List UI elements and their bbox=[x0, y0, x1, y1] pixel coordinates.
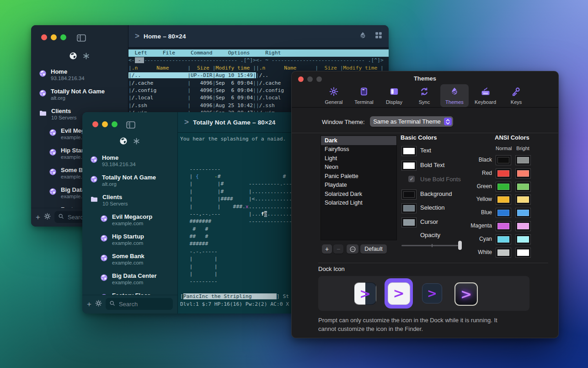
ansi-color-well-black-normal[interactable] bbox=[496, 155, 511, 165]
add-server-button[interactable]: + bbox=[87, 300, 91, 308]
terminal-line: # # bbox=[180, 226, 296, 233]
ansi-color-well-white-bright[interactable] bbox=[515, 248, 531, 258]
opacity-slider[interactable] bbox=[401, 241, 462, 250]
ansi-color-well-cyan-bright[interactable] bbox=[515, 234, 531, 244]
tab-keyboard[interactable]: Keyboard bbox=[470, 84, 500, 107]
close-button[interactable] bbox=[92, 121, 98, 127]
sidebar-item-hip-startup[interactable]: Hip Startupexample.com bbox=[82, 229, 177, 249]
ansi-color-well-yellow-normal[interactable] bbox=[496, 195, 511, 205]
theme-list-item-playdate[interactable]: Playdate bbox=[321, 181, 396, 190]
color-well-bold-text[interactable] bbox=[401, 161, 417, 171]
ansi-color-well-yellow-bright[interactable] bbox=[515, 195, 531, 205]
ansi-color-well-green-bright[interactable] bbox=[515, 182, 531, 192]
theme-list-item-dark[interactable]: Dark bbox=[321, 136, 396, 145]
globe-icon[interactable] bbox=[120, 137, 127, 146]
server-name: Evil Megacorp bbox=[112, 213, 152, 220]
terminal-line: -.-.----- bbox=[180, 248, 296, 255]
theme-list-item-panic-palette[interactable]: Panic Palette bbox=[321, 172, 396, 181]
terminal-line: | | bbox=[180, 263, 296, 271]
color-well-background[interactable] bbox=[401, 189, 417, 200]
ansi-color-well-magenta-bright[interactable] bbox=[515, 221, 531, 231]
sidebar-item-clients[interactable]: Clients10 Servers bbox=[82, 190, 177, 210]
sidebar-toggle-icon[interactable] bbox=[126, 121, 135, 130]
ansi-color-well-black-bright[interactable] bbox=[515, 155, 531, 165]
dock-icon-option-light[interactable]: > bbox=[388, 282, 410, 305]
color-swatch bbox=[517, 196, 529, 203]
clips-grid-icon[interactable] bbox=[375, 32, 382, 41]
search-field[interactable] bbox=[106, 298, 173, 310]
sidebar-item-totally-not-a-game[interactable]: Totally Not A Gamealt.org bbox=[82, 170, 177, 190]
globe-icon bbox=[39, 70, 46, 79]
terminal-line: ####### ---------------- bbox=[180, 218, 296, 225]
sidebar-item-factory-floor[interactable]: Factory Floorexample.com bbox=[82, 288, 177, 295]
remove-theme-button[interactable]: − bbox=[333, 244, 343, 254]
keyboard-icon bbox=[481, 87, 491, 98]
window-game-terminal: Home93.184.216.34Totally Not A Gamealt.o… bbox=[82, 112, 296, 314]
minimize-button[interactable] bbox=[51, 34, 57, 40]
sidebar-item-home[interactable]: Home93.184.216.34 bbox=[82, 151, 177, 170]
prompt-glyph: > bbox=[460, 287, 472, 301]
theme-drop-icon[interactable] bbox=[359, 32, 367, 41]
gear-icon[interactable] bbox=[44, 213, 51, 222]
sidebar-tab-icons[interactable] bbox=[82, 137, 177, 147]
traffic-lights[interactable] bbox=[41, 34, 66, 40]
tab-themes[interactable]: Themes bbox=[440, 84, 469, 107]
color-well-text[interactable] bbox=[401, 146, 417, 156]
sidebar-item-big-data-center[interactable]: Big Data Centerexample.com bbox=[82, 269, 177, 288]
dock-icon-option-split[interactable]: > bbox=[354, 282, 376, 305]
ansi-color-well-white-normal[interactable] bbox=[496, 248, 511, 258]
ansi-color-well-green-normal[interactable] bbox=[496, 182, 511, 192]
theme-list-item-solarized-dark[interactable]: Solarized Dark bbox=[321, 189, 396, 199]
color-swatch bbox=[497, 249, 509, 256]
globe-icon[interactable] bbox=[69, 52, 77, 61]
theme-list-item-fairyfloss[interactable]: Fairyfloss bbox=[321, 145, 396, 154]
asterisk-icon[interactable] bbox=[83, 53, 90, 61]
ansi-color-well-blue-bright[interactable] bbox=[515, 208, 531, 218]
zoom-button[interactable] bbox=[112, 121, 118, 127]
color-well-selection[interactable] bbox=[401, 203, 417, 213]
sidebar-item-evil-megacorp[interactable]: Evil Megacorpexample.com bbox=[82, 210, 177, 229]
minimize-button[interactable] bbox=[102, 121, 108, 127]
color-well-cursor[interactable] bbox=[401, 217, 417, 227]
color-label: Bold Text bbox=[420, 162, 444, 168]
tab-keys[interactable]: Keys bbox=[502, 84, 530, 107]
sidebar-tab-icons[interactable] bbox=[31, 52, 128, 62]
sidebar-item-some-bank[interactable]: Some Bankexample.com bbox=[82, 249, 177, 269]
use-bold-fonts-checkbox[interactable]: ✓ bbox=[408, 176, 415, 182]
dock-icon-heading: Dock Icon bbox=[318, 265, 345, 272]
tab-terminal[interactable]: Terminal bbox=[350, 84, 378, 107]
dock-icon-option-keycap[interactable]: > bbox=[454, 282, 478, 306]
search-input[interactable] bbox=[118, 300, 169, 308]
dock-icon-option-dark[interactable]: > bbox=[422, 283, 442, 303]
color-swatch bbox=[517, 249, 529, 256]
close-button[interactable] bbox=[41, 34, 47, 40]
ansi-color-well-magenta-normal[interactable] bbox=[496, 221, 511, 231]
dropdown-stepper-icon bbox=[444, 118, 452, 125]
tab-display[interactable]: Display bbox=[380, 84, 408, 107]
terminal-screen-nethack[interactable]: You hear the splashing of a naiad. -----… bbox=[178, 133, 296, 314]
theme-list-item-light[interactable]: Light bbox=[321, 154, 396, 163]
sidebar-item-home[interactable]: Home93.184.216.34 bbox=[31, 65, 128, 84]
add-server-button[interactable]: + bbox=[36, 213, 40, 221]
window-theme-dropdown[interactable]: Same as Terminal Theme bbox=[370, 116, 453, 127]
default-theme-button[interactable]: Default bbox=[360, 244, 387, 254]
ansi-color-well-blue-normal[interactable] bbox=[496, 208, 511, 218]
terminal-line: <- - ------------------------------ .[^]… bbox=[128, 57, 389, 64]
sidebar-item-totally-not-a-game[interactable]: Totally Not A Gamealt.org bbox=[31, 84, 128, 104]
ansi-color-well-red-bright[interactable] bbox=[515, 168, 531, 179]
server-name: Totally Not A Game bbox=[102, 174, 156, 181]
zoom-button[interactable] bbox=[60, 34, 66, 40]
traffic-lights[interactable] bbox=[92, 121, 118, 127]
tab-sync[interactable]: Sync bbox=[410, 84, 438, 107]
add-theme-button[interactable]: + bbox=[322, 244, 332, 254]
theme-list-item-solarized-light[interactable]: Solarized Light bbox=[321, 199, 396, 208]
more-options-button[interactable] bbox=[347, 244, 358, 254]
prompt-glyph: > bbox=[359, 287, 371, 301]
asterisk-icon[interactable] bbox=[133, 138, 140, 146]
tab-general[interactable]: General bbox=[320, 84, 348, 107]
ansi-color-well-cyan-normal[interactable] bbox=[496, 234, 511, 244]
gear-icon[interactable] bbox=[95, 300, 102, 308]
ansi-color-well-red-normal[interactable] bbox=[496, 168, 511, 179]
sidebar-toggle-icon[interactable] bbox=[77, 34, 86, 43]
theme-list-item-neon[interactable]: Neon bbox=[321, 163, 396, 172]
